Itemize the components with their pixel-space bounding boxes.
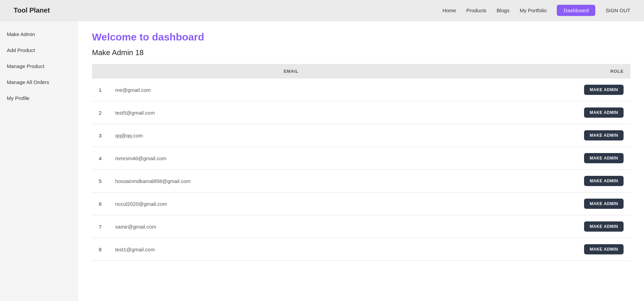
- row-email: test5@gmail.com: [108, 101, 474, 124]
- layout: Make Admin Add Product Manage Product Ma…: [0, 21, 644, 301]
- row-email: nccul2020@gmail.com: [108, 193, 474, 215]
- row-number: 1: [92, 79, 108, 101]
- make-admin-button[interactable]: MAKE ADMIN: [584, 199, 624, 209]
- table-body: 1me@gmail.comMAKE ADMIN2test5@gmail.comM…: [92, 79, 630, 261]
- welcome-title: Welcome to dashboard: [92, 31, 630, 43]
- row-email: test1@gmail.com: [108, 238, 474, 261]
- row-email: qq@qq.com: [108, 124, 474, 147]
- col-header-num: [92, 64, 108, 79]
- table-header: EMAIL ROLE: [92, 64, 630, 79]
- col-header-email: EMAIL: [108, 64, 474, 79]
- row-number: 8: [92, 238, 108, 261]
- table-row: 8test1@gmail.comMAKE ADMIN: [92, 238, 630, 261]
- row-action: MAKE ADMIN: [474, 101, 630, 124]
- row-number: 4: [92, 147, 108, 170]
- sidebar-item-make-admin[interactable]: Make Admin: [7, 31, 72, 37]
- make-admin-button[interactable]: MAKE ADMIN: [584, 107, 624, 118]
- table-row: 4mmrsm46@gmail.comMAKE ADMIN: [92, 147, 630, 170]
- nav-products[interactable]: Products: [466, 7, 486, 13]
- sidebar-item-add-product[interactable]: Add Product: [7, 47, 72, 53]
- row-action: MAKE ADMIN: [474, 170, 630, 193]
- row-action: MAKE ADMIN: [474, 147, 630, 170]
- row-email: me@gmail.com: [108, 79, 474, 101]
- row-action: MAKE ADMIN: [474, 124, 630, 147]
- row-number: 6: [92, 193, 108, 215]
- make-admin-button[interactable]: MAKE ADMIN: [584, 244, 624, 254]
- navbar: Tool Planet Home Products Blogs My Portf…: [0, 0, 644, 21]
- make-admin-button[interactable]: MAKE ADMIN: [584, 176, 624, 186]
- table-row: 3qq@qq.comMAKE ADMIN: [92, 124, 630, 147]
- row-action: MAKE ADMIN: [474, 193, 630, 215]
- row-number: 3: [92, 124, 108, 147]
- nav-portfolio[interactable]: My Portfolio: [520, 7, 547, 13]
- section-title: Make Admin 18: [92, 48, 630, 57]
- nav-dashboard[interactable]: Dashboard: [557, 5, 595, 16]
- make-admin-button[interactable]: MAKE ADMIN: [584, 85, 624, 95]
- table-row: 2test5@gmail.comMAKE ADMIN: [92, 101, 630, 124]
- row-action: MAKE ADMIN: [474, 215, 630, 238]
- make-admin-button[interactable]: MAKE ADMIN: [584, 221, 624, 232]
- table-row: 7samir@gmail.comMAKE ADMIN: [92, 215, 630, 238]
- nav-blogs[interactable]: Blogs: [497, 7, 509, 13]
- main-content: Welcome to dashboard Make Admin 18 EMAIL…: [78, 21, 644, 301]
- table-row: 6nccul2020@gmail.comMAKE ADMIN: [92, 193, 630, 215]
- row-number: 7: [92, 215, 108, 238]
- row-action: MAKE ADMIN: [474, 238, 630, 261]
- row-email: hossainmdkamal858@gmail.com: [108, 170, 474, 193]
- make-admin-button[interactable]: MAKE ADMIN: [584, 153, 624, 163]
- make-admin-button[interactable]: MAKE ADMIN: [584, 130, 624, 140]
- user-table: EMAIL ROLE 1me@gmail.comMAKE ADMIN2test5…: [92, 64, 630, 261]
- table-row: 1me@gmail.comMAKE ADMIN: [92, 79, 630, 101]
- row-email: samir@gmail.com: [108, 215, 474, 238]
- nav-signout[interactable]: SIGN OUT: [606, 7, 630, 13]
- sidebar-item-manage-product[interactable]: Manage Product: [7, 63, 72, 69]
- row-email: mmrsm46@gmail.com: [108, 147, 474, 170]
- sidebar-item-my-profile[interactable]: My Profile: [7, 95, 72, 101]
- sidebar-item-manage-orders[interactable]: Manage All Orders: [7, 79, 72, 85]
- sidebar: Make Admin Add Product Manage Product Ma…: [0, 21, 78, 301]
- row-number: 2: [92, 101, 108, 124]
- brand: Tool Planet: [14, 6, 50, 14]
- row-action: MAKE ADMIN: [474, 79, 630, 101]
- row-number: 5: [92, 170, 108, 193]
- nav-home[interactable]: Home: [442, 7, 456, 13]
- col-header-role: ROLE: [474, 64, 630, 79]
- navbar-links: Home Products Blogs My Portfolio Dashboa…: [442, 5, 630, 16]
- table-row: 5hossainmdkamal858@gmail.comMAKE ADMIN: [92, 170, 630, 193]
